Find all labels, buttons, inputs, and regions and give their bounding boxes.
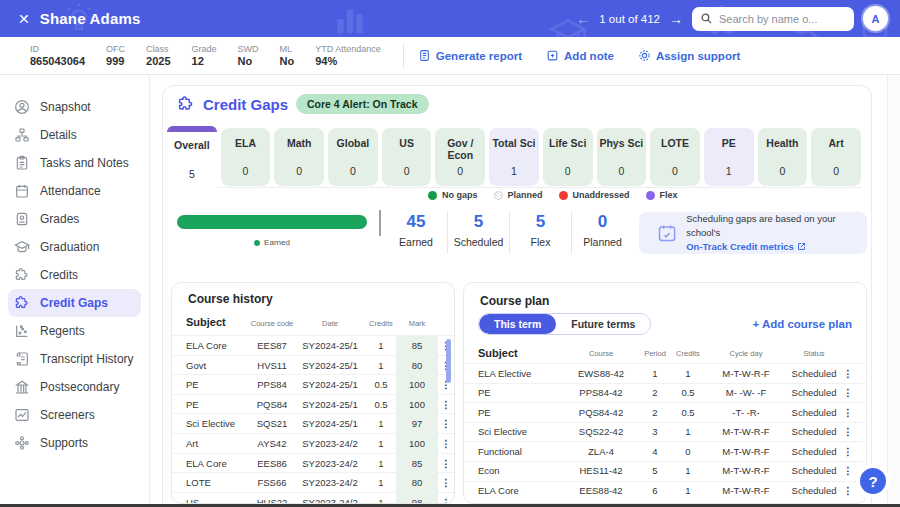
tab-art[interactable]: Art0	[811, 128, 861, 186]
next-student-arrow-icon[interactable]: →	[669, 11, 683, 27]
tab-global[interactable]: Global0	[328, 128, 378, 186]
course-plan-title: Course plan	[480, 294, 549, 308]
tab-lote[interactable]: LOTE0	[650, 128, 700, 186]
table-row: ELA CoreEES87SY2024-25/1185⋮	[172, 335, 454, 355]
future-terms-toggle[interactable]: Future terms	[556, 314, 650, 334]
close-icon[interactable]: ✕	[18, 11, 30, 27]
course-plan-panel: Course plan This term Future terms + Add…	[463, 282, 867, 504]
sidebar-item-details[interactable]: Details	[8, 121, 141, 149]
table-row: USHUS22SY2023-24/2198⋮	[172, 492, 454, 504]
sidebar-item-attendance[interactable]: Attendance	[8, 177, 141, 205]
external-link-icon	[797, 242, 806, 251]
this-term-toggle[interactable]: This term	[479, 314, 556, 334]
prev-student-arrow-icon[interactable]: ←	[576, 11, 590, 27]
table-row: ArtAYS42SY2023-24/21100⋮	[172, 433, 454, 453]
scatter-chart-icon	[14, 323, 30, 339]
stat-planned: 0Planned	[571, 212, 633, 254]
earned-caption: Earned	[177, 238, 367, 247]
person-icon	[14, 99, 30, 115]
tab-us[interactable]: US0	[382, 128, 432, 186]
row-menu-kebab-icon[interactable]: ⋮	[842, 481, 854, 501]
stat-scheduled: 5Scheduled	[447, 212, 509, 254]
legend-flex: Flex	[646, 190, 678, 200]
core4-alert-badge: Core 4 Alert: On Track	[296, 94, 428, 114]
row-menu-kebab-icon[interactable]: ⋮	[438, 493, 454, 504]
sidebar-item-label: Credit Gaps	[40, 296, 108, 310]
sidebar-item-credit-gaps[interactable]: Credit Gaps	[8, 289, 141, 317]
student-search[interactable]	[692, 7, 854, 31]
sidebar-nav: Snapshot Details Tasks and Notes Attenda…	[0, 75, 150, 507]
sidebar-item-supports[interactable]: Supports	[8, 429, 141, 457]
row-menu-kebab-icon[interactable]: ⋮	[842, 422, 854, 442]
tab-ela[interactable]: ELA0	[221, 128, 271, 186]
field-ml: MLNo	[280, 44, 295, 67]
sidebar-item-postsecondary[interactable]: Postsecondary	[8, 373, 141, 401]
tab-life-sci[interactable]: Life Sci0	[543, 128, 593, 186]
credit-gaps-panel: Credit Gaps Core 4 Alert: On Track Overa…	[162, 85, 872, 504]
tab-gov-econ[interactable]: Gov / Econ0	[435, 128, 485, 186]
document-icon	[418, 49, 431, 62]
pagination-counter: 1 out of 412	[599, 13, 660, 25]
on-track-credit-metrics-link[interactable]: On-Track Credit metrics	[686, 240, 806, 254]
sidebar-item-graduation[interactable]: Graduation	[8, 233, 141, 261]
sidebar-item-label: Graduation	[40, 240, 99, 254]
add-course-plan-button[interactable]: + Add course plan	[752, 318, 852, 330]
hierarchy-icon	[14, 127, 30, 143]
calendar-check-icon	[657, 222, 677, 244]
calendar-icon	[14, 183, 30, 199]
add-note-button[interactable]: Add note	[546, 49, 614, 62]
sidebar-item-label: Details	[40, 128, 77, 142]
sidebar-item-label: Transcript History	[40, 352, 134, 366]
help-button[interactable]: ?	[856, 464, 890, 498]
row-menu-kebab-icon[interactable]: ⋮	[842, 403, 854, 423]
row-menu-kebab-icon[interactable]: ⋮	[842, 383, 854, 403]
clipboard-icon	[14, 155, 30, 171]
table-row: Sci ElectiveSQS22-4231M-T-W-R-FScheduled…	[464, 422, 866, 442]
line-chart-icon	[14, 407, 30, 423]
tab-phys-sci[interactable]: Phys Sci0	[597, 128, 647, 186]
sidebar-item-transcript-history[interactable]: Transcript History	[8, 345, 141, 373]
row-menu-kebab-icon[interactable]: ⋮	[842, 461, 854, 481]
table-row: ELA CoreEES86SY2023-24/2185⋮	[172, 453, 454, 473]
sidebar-item-label: Supports	[40, 436, 88, 450]
sidebar-item-label: Grades	[40, 212, 79, 226]
legend-planned: Planned	[494, 190, 543, 200]
tab-total-sci[interactable]: Total Sci1	[489, 128, 539, 186]
gap-legend: No gaps Planned Unaddressed Flex	[428, 190, 678, 200]
sidebar-item-regents[interactable]: Regents	[8, 317, 141, 345]
field-swd: SWDNo	[238, 44, 259, 67]
page-title: Credit Gaps	[203, 96, 288, 113]
history-scrollbar[interactable]	[446, 339, 451, 489]
row-menu-kebab-icon[interactable]: ⋮	[842, 364, 854, 384]
table-row: PEPQS84SY2024-25/10.5100⋮	[172, 394, 454, 414]
puzzle-icon	[177, 95, 195, 113]
table-row: FunctionalZLA-440M-T-W-R-FScheduled⋮	[464, 441, 866, 461]
search-input[interactable]	[719, 13, 844, 25]
tab-pe[interactable]: PE1	[704, 128, 754, 186]
tab-math[interactable]: Math0	[274, 128, 324, 186]
row-menu-kebab-icon[interactable]: ⋮	[842, 442, 854, 462]
legend-no-gaps: No gaps	[428, 190, 478, 200]
stat-flex: 5Flex	[509, 212, 571, 254]
tab-overall[interactable]: Overall5	[167, 126, 217, 189]
tab-health[interactable]: Health0	[758, 128, 808, 186]
sidebar-item-snapshot[interactable]: Snapshot	[8, 93, 141, 121]
table-row: LOTEFSS66SY2023-24/2180⋮	[172, 472, 454, 492]
sidebar-item-credits[interactable]: Credits	[8, 261, 141, 289]
assign-support-button[interactable]: Assign support	[638, 49, 740, 62]
avatar[interactable]: A	[863, 6, 888, 31]
sidebar-item-grades[interactable]: Grades	[8, 205, 141, 233]
puzzle-icon	[14, 295, 30, 311]
page-scrollbar[interactable]	[887, 75, 900, 507]
table-row: PEPQS84-4220.5-T- -R-Scheduled⋮	[464, 402, 866, 422]
sidebar-item-label: Credits	[40, 268, 78, 282]
course-history-title: Course history	[188, 292, 273, 306]
generate-report-button[interactable]: Generate report	[418, 49, 522, 62]
table-row: ELA ElectiveEWS88-4211M-T-W-R-FScheduled…	[464, 363, 866, 383]
sidebar-item-tasks-and-notes[interactable]: Tasks and Notes	[8, 149, 141, 177]
sidebar-item-screeners[interactable]: Screeners	[8, 401, 141, 429]
sidebar-item-label: Postsecondary	[40, 380, 119, 394]
sidebar-item-label: Screeners	[40, 408, 95, 422]
subject-tabstrip: Overall5 ELA0 Math0 Global0 US0 Gov / Ec…	[167, 126, 861, 188]
course-plan-header: Subject Course Period Credits Cycle day …	[464, 343, 866, 363]
